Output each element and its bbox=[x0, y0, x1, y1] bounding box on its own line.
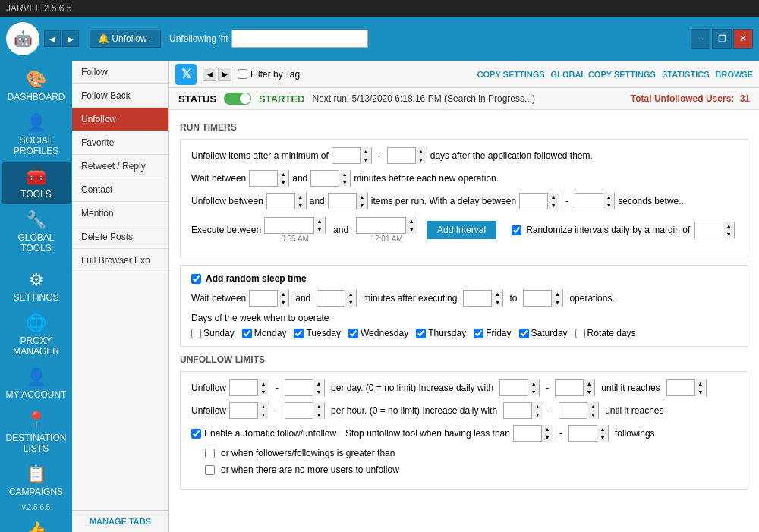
stop-val1-input[interactable]: 500 bbox=[514, 426, 541, 441]
day-thursday-checkbox[interactable] bbox=[416, 329, 426, 338]
spin-up[interactable]: ▲ bbox=[313, 402, 324, 411]
sidebar-item-global-tools[interactable]: 🔧 GLOBAL TOOLS bbox=[2, 206, 71, 258]
submenu-item-mention[interactable]: Mention bbox=[72, 202, 168, 225]
spin-up[interactable]: ▲ bbox=[258, 402, 269, 411]
time2-input[interactable]: 12:00 AM bbox=[357, 218, 405, 233]
limit2-val2-spinner[interactable]: 0 ▲ ▼ bbox=[285, 402, 325, 419]
wait-val1-spinner[interactable]: 2 ▲ ▼ bbox=[249, 170, 289, 187]
nav-right-button[interactable]: ▶ bbox=[218, 68, 231, 81]
tab-browse[interactable]: BROWSE bbox=[716, 70, 754, 79]
stop-val2-input[interactable]: 500 bbox=[569, 426, 597, 441]
wait-val2-spinner[interactable]: 10 ▲ ▼ bbox=[310, 170, 351, 187]
limit1-val1-input[interactable]: 164 bbox=[230, 380, 257, 395]
spin-down[interactable]: ▼ bbox=[584, 388, 594, 396]
tab-copy-settings[interactable]: COPY SETTINGS bbox=[477, 70, 545, 79]
randomize-input[interactable]: 15 bbox=[695, 222, 723, 238]
spin-up[interactable]: ▲ bbox=[597, 425, 608, 433]
between-val1-input[interactable]: 4 bbox=[267, 194, 294, 209]
sleep-val3-input[interactable]: 35 bbox=[464, 291, 491, 306]
spin-up[interactable]: ▲ bbox=[532, 402, 543, 411]
submenu-item-full-browser[interactable]: Full Browser Exp bbox=[72, 249, 168, 272]
submenu-item-retweet-reply[interactable]: Retweet / Reply bbox=[72, 155, 168, 178]
day-friday[interactable]: Friday bbox=[474, 328, 511, 338]
sidebar-item-my-account[interactable]: 👤 MY ACCOUNT bbox=[2, 363, 71, 405]
spin-down[interactable]: ▼ bbox=[278, 178, 288, 187]
spin-up[interactable]: ▲ bbox=[361, 147, 371, 156]
spin-up[interactable]: ▲ bbox=[603, 193, 614, 201]
spin-up[interactable]: ▲ bbox=[278, 290, 288, 298]
sidebar-item-settings[interactable]: ⚙ SETTINGS bbox=[2, 266, 71, 307]
stop-val1-spinner[interactable]: 500 ▲ ▼ bbox=[513, 425, 553, 442]
unfollow-min-val1-spinner[interactable]: 1 ▲ ▼ bbox=[332, 147, 372, 164]
randomize-spinner[interactable]: 15 ▲ ▼ bbox=[694, 222, 735, 238]
manage-tabs-button[interactable]: MANAGE TABS bbox=[72, 510, 168, 532]
time2-spinner[interactable]: 12:00 AM ▲ ▼ bbox=[356, 217, 417, 234]
spin-down[interactable]: ▼ bbox=[532, 411, 543, 419]
sleep-val1-input[interactable]: 10 bbox=[250, 291, 277, 306]
nav-left-button[interactable]: ◀ bbox=[203, 68, 216, 81]
spin-down[interactable]: ▼ bbox=[528, 388, 539, 396]
spin-up[interactable]: ▲ bbox=[314, 217, 325, 225]
limit1-val1-spinner[interactable]: 164 ▲ ▼ bbox=[229, 379, 269, 396]
time1-spinner[interactable]: 7:03 AM ▲ ▼ bbox=[264, 217, 326, 234]
sidebar-item-like-exchange[interactable]: 👍 LIKE EXCHANGE bbox=[2, 516, 71, 532]
sleep-checkbox[interactable] bbox=[191, 274, 201, 284]
spin-down[interactable]: ▼ bbox=[603, 201, 614, 209]
submenu-item-follow-back[interactable]: Follow Back bbox=[72, 84, 168, 108]
day-sunday[interactable]: Sunday bbox=[191, 328, 235, 338]
limit2-val1-input[interactable]: 0 bbox=[230, 403, 257, 418]
limit2-val2-input[interactable]: 0 bbox=[285, 403, 313, 418]
time1-input[interactable]: 7:03 AM bbox=[265, 218, 313, 233]
tab-global-copy-settings[interactable]: GLOBAL COPY SETTINGS bbox=[551, 70, 656, 79]
limit1-val2-input[interactable]: 277 bbox=[285, 380, 313, 395]
sidebar-item-dashboard[interactable]: 🎨 DASHBOARD bbox=[2, 65, 71, 107]
sleep-val4-input[interactable]: 45 bbox=[524, 291, 551, 306]
limit1-val4-spinner[interactable]: 10 ▲ ▼ bbox=[555, 379, 595, 396]
no-more-users-checkbox[interactable] bbox=[205, 465, 215, 475]
submenu-item-unfollow[interactable]: Unfollow bbox=[72, 108, 168, 131]
limit2-val4-input[interactable]: 0 bbox=[559, 403, 587, 418]
stop-val2-spinner[interactable]: 500 ▲ ▼ bbox=[568, 425, 609, 442]
sleep-val4-spinner[interactable]: 45 ▲ ▼ bbox=[523, 290, 563, 307]
spin-up[interactable]: ▲ bbox=[542, 425, 553, 433]
sidebar-item-destination-lists[interactable]: 📍 DESTINATION LISTS bbox=[2, 406, 71, 458]
delay-val1-input[interactable]: 15 bbox=[520, 194, 547, 209]
limit1-val5-input[interactable]: 400 bbox=[667, 380, 694, 395]
spin-down[interactable]: ▼ bbox=[345, 298, 356, 307]
spin-up[interactable]: ▲ bbox=[416, 147, 427, 156]
filter-tag-checkbox[interactable] bbox=[238, 69, 247, 79]
day-rotate-checkbox[interactable] bbox=[575, 329, 585, 338]
day-monday-checkbox[interactable] bbox=[242, 329, 252, 338]
submenu-item-follow[interactable]: Follow bbox=[72, 61, 168, 84]
sleep-val1-spinner[interactable]: 10 ▲ ▼ bbox=[249, 290, 289, 307]
status-toggle[interactable] bbox=[224, 93, 251, 105]
spin-up[interactable]: ▲ bbox=[406, 217, 417, 225]
sidebar-item-social-profiles[interactable]: 👤 SOCIAL PROFILES bbox=[2, 109, 71, 161]
between-val2-input[interactable]: 15 bbox=[329, 194, 356, 209]
day-rotate[interactable]: Rotate days bbox=[575, 328, 636, 338]
day-sunday-checkbox[interactable] bbox=[191, 329, 201, 338]
delay-val1-spinner[interactable]: 15 ▲ ▼ bbox=[519, 193, 559, 209]
spin-down[interactable]: ▼ bbox=[313, 388, 324, 396]
spin-down[interactable]: ▼ bbox=[258, 411, 269, 419]
day-saturday[interactable]: Saturday bbox=[519, 328, 568, 338]
spin-down[interactable]: ▼ bbox=[406, 225, 417, 234]
delay-val2-spinner[interactable]: 45 ▲ ▼ bbox=[575, 193, 615, 209]
spin-down[interactable]: ▼ bbox=[552, 298, 562, 307]
limit1-val2-spinner[interactable]: 277 ▲ ▼ bbox=[285, 379, 325, 396]
auto-follow-checkbox[interactable] bbox=[191, 429, 201, 439]
spin-down[interactable]: ▼ bbox=[597, 433, 608, 442]
limit1-val3-spinner[interactable]: 5 ▲ ▼ bbox=[499, 379, 540, 396]
sleep-val2-spinner[interactable]: 20 ▲ ▼ bbox=[317, 290, 357, 307]
spin-up[interactable]: ▲ bbox=[357, 193, 367, 201]
spin-up[interactable]: ▲ bbox=[492, 290, 502, 298]
sidebar-item-campaigns[interactable]: 📋 CAMPAIGNS bbox=[2, 460, 71, 502]
spin-up[interactable]: ▲ bbox=[552, 290, 562, 298]
between-val1-spinner[interactable]: 4 ▲ ▼ bbox=[266, 193, 307, 209]
spin-up[interactable]: ▲ bbox=[339, 170, 350, 178]
limit2-val3-input[interactable]: 0 bbox=[504, 403, 531, 418]
limit2-val3-spinner[interactable]: 0 ▲ ▼ bbox=[503, 402, 543, 419]
sidebar-item-proxy-manager[interactable]: 🌐 PROXY MANAGER bbox=[2, 309, 71, 361]
spin-down[interactable]: ▼ bbox=[314, 225, 325, 234]
spin-up[interactable]: ▲ bbox=[695, 379, 706, 388]
